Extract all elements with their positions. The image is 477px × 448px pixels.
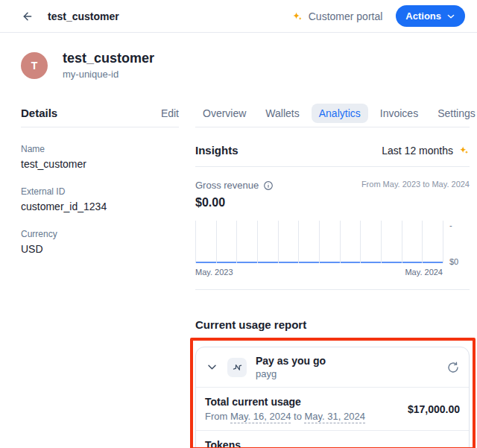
collapse-toggle[interactable] — [205, 361, 218, 374]
chart-y-axis: - $0 — [443, 221, 470, 263]
page-title: test_customer — [48, 10, 119, 22]
chart-gridline — [298, 221, 299, 263]
period-start-date[interactable]: May. 16, 2024 — [230, 411, 291, 423]
chart-gridline — [422, 221, 423, 263]
refresh-icon — [447, 362, 459, 373]
plan-name: Pay as you go — [256, 355, 437, 367]
period-end-date[interactable]: May. 31, 2024 — [304, 411, 364, 423]
info-icon[interactable] — [263, 180, 274, 191]
analytics-panel: Overview Wallets Analytics Invoices Sett… — [195, 107, 470, 448]
usage-item-name: Tokens — [205, 439, 268, 448]
chart-gridline — [195, 221, 196, 263]
y-tick-zero: $0 — [449, 257, 470, 266]
tab-bar: Overview Wallets Analytics Invoices Sett… — [195, 104, 470, 123]
detail-field-name: Name test_customer — [21, 144, 179, 170]
sparkle-icon — [291, 10, 303, 22]
usage-card: Pay as you go payg Total current usage F… — [195, 347, 470, 448]
chevron-down-icon — [206, 362, 218, 373]
section-divider — [195, 289, 470, 290]
chart-gridline — [236, 221, 237, 263]
sparkle-icon — [458, 145, 470, 156]
details-panel: Details Edit Name test_customer External… — [21, 107, 179, 448]
plan-code: payg — [256, 368, 437, 379]
x-tick-end: May. 2024 — [405, 268, 443, 277]
chart-gridline — [257, 221, 258, 263]
details-title: Details — [21, 107, 57, 119]
usage-report-title: Current usage report — [195, 318, 470, 331]
period-joiner: to — [294, 411, 302, 422]
chart-gridline — [360, 221, 361, 263]
details-divider — [21, 127, 179, 127]
customer-name: test_customer — [63, 51, 154, 66]
total-usage-label: Total current usage — [205, 396, 365, 408]
field-label: External ID — [21, 186, 179, 197]
tab-settings[interactable]: Settings — [430, 104, 477, 123]
period-selector[interactable]: Last 12 months — [382, 145, 470, 157]
actions-button[interactable]: Actions — [396, 5, 465, 27]
actions-label: Actions — [405, 10, 441, 22]
field-value: customer_id_1234 — [21, 201, 179, 212]
total-usage-row: Total current usage From May. 16, 2024 t… — [196, 387, 469, 430]
tab-analytics[interactable]: Analytics — [312, 104, 368, 123]
refresh-button[interactable] — [446, 361, 460, 374]
usage-period: From May. 16, 2024 to May. 31, 2024 — [205, 411, 365, 422]
chart-gridline — [319, 221, 320, 263]
customer-portal-link[interactable]: Customer portal — [291, 10, 383, 22]
field-value: USD — [21, 243, 179, 255]
field-label: Name — [21, 144, 179, 154]
insights-divider — [195, 166, 470, 167]
tab-invoices[interactable]: Invoices — [373, 104, 426, 123]
avatar: T — [21, 52, 48, 79]
tab-overview[interactable]: Overview — [195, 104, 253, 123]
y-tick-max: - — [449, 221, 470, 230]
plan-icon-badge — [227, 358, 247, 377]
customer-portal-label: Customer portal — [309, 10, 383, 22]
back-button[interactable] — [19, 8, 36, 25]
chart-gridline — [381, 221, 382, 263]
chart-date-range: From May. 2023 to May. 2024 — [361, 180, 470, 189]
insights-title: Insights — [195, 144, 238, 157]
gross-revenue-chart: - $0 — [195, 221, 470, 263]
chart-gridline — [443, 221, 443, 263]
chart-gridline — [216, 221, 217, 263]
pulse-icon — [230, 360, 244, 374]
top-bar: test_customer Customer portal Actions — [0, 0, 477, 33]
detail-field-external-id: External ID customer_id_1234 — [21, 186, 179, 212]
x-tick-start: May. 2023 — [195, 268, 233, 277]
gross-revenue-label: Gross revenue — [195, 180, 259, 191]
tabs-divider — [195, 127, 470, 127]
edit-details-link[interactable]: Edit — [161, 107, 179, 119]
customer-external-id: my-unique-id — [63, 69, 154, 80]
chart-x-axis: May. 2023 May. 2024 — [195, 268, 470, 277]
period-label: Last 12 months — [382, 145, 453, 157]
usage-item-row: Tokens openai_tokens — [196, 430, 469, 448]
total-usage-amount: $17,000.00 — [408, 403, 460, 415]
chart-gridline — [402, 221, 402, 263]
chart-gridline — [278, 221, 279, 263]
field-value: test_customer — [21, 158, 179, 170]
field-label: Currency — [21, 229, 179, 239]
period-prefix: From — [205, 411, 227, 422]
chevron-down-icon — [446, 12, 455, 21]
usage-card-header: Pay as you go payg — [196, 347, 469, 387]
chart-plot-area — [195, 221, 443, 263]
customer-identity: T test_customer my-unique-id — [21, 51, 477, 80]
arrow-left-icon — [22, 10, 34, 22]
gross-revenue-value: $0.00 — [195, 196, 470, 209]
chart-gridline — [340, 221, 341, 263]
tab-wallets[interactable]: Wallets — [258, 104, 306, 123]
detail-field-currency: Currency USD — [21, 229, 179, 255]
